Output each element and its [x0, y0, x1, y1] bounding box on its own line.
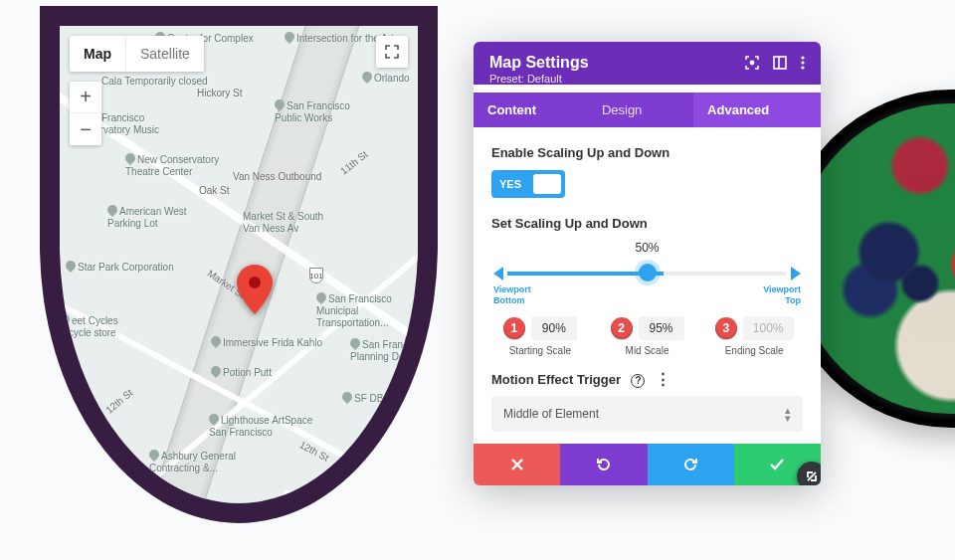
preset-label[interactable]: Preset: Default — [489, 73, 805, 85]
map-marker-icon[interactable] — [237, 265, 273, 318]
help-icon[interactable]: ? — [631, 374, 645, 388]
map-type-control[interactable]: Map Satellite — [70, 36, 204, 72]
resize-handle-icon[interactable] — [797, 462, 821, 485]
keyboard-shortcuts[interactable]: Keyboard shortcuts — [284, 490, 358, 501]
starting-scale-label: Starting Scale — [491, 345, 589, 356]
map-data-attr: Map data © — [357, 490, 404, 501]
slider-end-handle[interactable] — [791, 267, 801, 280]
annotation-3-icon: 3 — [715, 317, 737, 339]
slider-mid-handle[interactable] — [639, 264, 657, 281]
select-caret-icon: ▴▾ — [785, 406, 791, 422]
slider-start-handle[interactable] — [493, 267, 503, 280]
tab-advanced[interactable]: Advanced — [693, 93, 821, 127]
annotation-2-icon: 2 — [611, 317, 633, 339]
viewport-slider[interactable] — [491, 259, 803, 288]
svg-point-0 — [249, 277, 261, 288]
map-type-satellite[interactable]: Satellite — [126, 36, 204, 72]
svg-point-3 — [801, 56, 804, 59]
starting-scale-input[interactable]: 90% — [531, 316, 577, 340]
svg-point-5 — [801, 66, 804, 69]
undo-button[interactable] — [560, 444, 647, 485]
zoom-control: + − — [70, 82, 101, 145]
options-icon[interactable]: ⋮ — [656, 374, 669, 384]
panel-title: Map Settings — [489, 54, 589, 72]
zoom-in-button[interactable]: + — [70, 82, 101, 113]
motion-trigger-select[interactable]: Middle of Element ▴▾ — [491, 396, 803, 432]
enable-scaling-label: Enable Scaling Up and Down — [491, 145, 803, 160]
zoom-out-button[interactable]: − — [70, 113, 101, 145]
map-module: Center for Complex Intersection for the … — [40, 6, 438, 523]
svg-rect-2 — [774, 57, 786, 69]
settings-tabs: Content Design Advanced — [474, 93, 821, 127]
panel-footer — [474, 444, 821, 485]
tab-design[interactable]: Design — [588, 93, 693, 127]
redo-button[interactable] — [648, 444, 734, 485]
panel-layout-icon[interactable] — [773, 56, 787, 70]
fullscreen-icon[interactable] — [376, 36, 408, 68]
svg-point-1 — [750, 61, 753, 64]
set-scaling-label: Set Scaling Up and Down — [491, 216, 803, 231]
slider-center-value: 50% — [491, 241, 803, 255]
map-type-map[interactable]: Map — [70, 36, 126, 72]
route-shield-icon: 101 — [309, 268, 323, 283]
enable-scaling-toggle[interactable]: YES — [491, 170, 565, 198]
ending-scale-input[interactable]: 100% — [743, 316, 794, 340]
annotation-1-icon: 1 — [503, 317, 525, 339]
kebab-icon[interactable] — [801, 56, 805, 70]
ending-scale-label: Ending Scale — [705, 345, 803, 356]
mid-scale-label: Mid Scale — [599, 345, 696, 356]
mid-scale-input[interactable]: 95% — [639, 316, 684, 340]
map-settings-panel: Map Settings Preset: Default Content Des… — [474, 42, 821, 485]
scan-icon[interactable] — [745, 56, 759, 70]
cancel-button[interactable] — [474, 444, 560, 485]
tab-content[interactable]: Content — [474, 93, 588, 127]
svg-point-4 — [801, 61, 804, 64]
google-map[interactable]: Center for Complex Intersection for the … — [60, 26, 418, 503]
motion-trigger-label: Motion Effect Trigger — [491, 372, 621, 387]
